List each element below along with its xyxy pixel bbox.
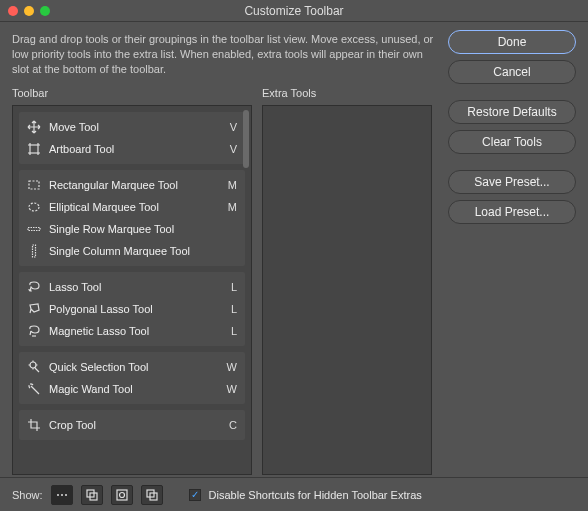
svg-rect-3: [28, 227, 40, 230]
restore-defaults-button[interactable]: Restore Defaults: [448, 100, 576, 124]
tool-label: Artboard Tool: [49, 143, 217, 155]
poly-lasso-icon: [27, 302, 41, 316]
svg-rect-0: [30, 145, 38, 153]
col-marquee-icon: [27, 244, 41, 258]
tool-group[interactable]: Quick Selection ToolWMagic Wand ToolW: [19, 352, 245, 404]
tool-group[interactable]: Rectangular Marquee ToolMElliptical Marq…: [19, 170, 245, 266]
svg-point-7: [61, 494, 63, 496]
tool-label: Move Tool: [49, 121, 217, 133]
show-dots-button[interactable]: [51, 485, 73, 505]
crop-icon: [27, 418, 41, 432]
svg-point-5: [30, 362, 36, 368]
minimize-icon[interactable]: [24, 6, 34, 16]
side-buttons: Done Cancel Restore Defaults Clear Tools…: [448, 30, 576, 224]
tool-group[interactable]: Crop ToolC: [19, 410, 245, 440]
tool-label: Polygonal Lasso Tool: [49, 303, 217, 315]
tool-shortcut: C: [225, 419, 237, 431]
rect-marquee-icon: [27, 178, 41, 192]
tool-row[interactable]: Single Column Marquee Tool: [19, 240, 245, 262]
maximize-icon[interactable]: [40, 6, 50, 16]
tool-label: Magnetic Lasso Tool: [49, 325, 217, 337]
tool-shortcut: L: [225, 281, 237, 293]
tool-row[interactable]: Artboard ToolV: [19, 138, 245, 160]
artboard-icon: [27, 142, 41, 156]
tool-label: Quick Selection Tool: [49, 361, 217, 373]
svg-point-2: [29, 203, 39, 211]
svg-rect-1: [29, 181, 39, 189]
tool-row[interactable]: Elliptical Marquee ToolM: [19, 196, 245, 218]
svg-point-12: [119, 492, 124, 497]
ellipse-marquee-icon: [27, 200, 41, 214]
svg-rect-11: [117, 490, 127, 500]
quick-select-icon: [27, 360, 41, 374]
tool-shortcut: M: [225, 179, 237, 191]
tool-row[interactable]: Magic Wand ToolW: [19, 378, 245, 400]
svg-point-8: [65, 494, 67, 496]
tool-shortcut: M: [225, 201, 237, 213]
footer: Show: ✓ Disable Shortcuts for Hidden Too…: [0, 477, 588, 511]
tool-row[interactable]: Polygonal Lasso ToolL: [19, 298, 245, 320]
magic-wand-icon: [27, 382, 41, 396]
row-marquee-icon: [27, 222, 41, 236]
tool-row[interactable]: Lasso ToolL: [19, 276, 245, 298]
show-quickmask-button[interactable]: [111, 485, 133, 505]
tool-label: Single Row Marquee Tool: [49, 223, 217, 235]
lasso-icon: [27, 280, 41, 294]
clear-tools-button[interactable]: Clear Tools: [448, 130, 576, 154]
tool-row[interactable]: Magnetic Lasso ToolL: [19, 320, 245, 342]
svg-point-6: [57, 494, 59, 496]
load-preset-button[interactable]: Load Preset...: [448, 200, 576, 224]
tool-label: Elliptical Marquee Tool: [49, 201, 217, 213]
tool-row[interactable]: Rectangular Marquee ToolM: [19, 174, 245, 196]
tool-shortcut: V: [225, 121, 237, 133]
extra-column-label: Extra Tools: [262, 87, 432, 99]
done-button[interactable]: Done: [448, 30, 576, 54]
tool-label: Rectangular Marquee Tool: [49, 179, 217, 191]
titlebar: Customize Toolbar: [0, 0, 588, 22]
tool-row[interactable]: Single Row Marquee Tool: [19, 218, 245, 240]
show-screenmode-button[interactable]: [141, 485, 163, 505]
toolbar-list[interactable]: Move ToolVArtboard ToolVRectangular Marq…: [12, 105, 252, 475]
tool-group[interactable]: Lasso ToolLPolygonal Lasso ToolLMagnetic…: [19, 272, 245, 346]
window-title: Customize Toolbar: [0, 4, 588, 18]
svg-rect-4: [33, 245, 36, 257]
tool-shortcut: W: [225, 361, 237, 373]
cancel-button[interactable]: Cancel: [448, 60, 576, 84]
save-preset-button[interactable]: Save Preset...: [448, 170, 576, 194]
tool-shortcut: L: [225, 325, 237, 337]
tool-row[interactable]: Quick Selection ToolW: [19, 356, 245, 378]
scrollbar[interactable]: [243, 110, 249, 168]
tool-row[interactable]: Crop ToolC: [19, 414, 245, 436]
tool-row[interactable]: Move ToolV: [19, 116, 245, 138]
extra-tools-list[interactable]: [262, 105, 432, 475]
tool-label: Magic Wand Tool: [49, 383, 217, 395]
tool-shortcut: L: [225, 303, 237, 315]
tool-label: Single Column Marquee Tool: [49, 245, 217, 257]
disable-shortcuts-checkbox[interactable]: ✓: [189, 489, 201, 501]
disable-shortcuts-label: Disable Shortcuts for Hidden Toolbar Ext…: [209, 489, 422, 501]
tool-label: Lasso Tool: [49, 281, 217, 293]
show-label: Show:: [12, 489, 43, 501]
tool-shortcut: V: [225, 143, 237, 155]
window-controls: [0, 6, 50, 16]
tool-group[interactable]: Move ToolVArtboard ToolV: [19, 112, 245, 164]
tool-label: Crop Tool: [49, 419, 217, 431]
mag-lasso-icon: [27, 324, 41, 338]
show-foreground-button[interactable]: [81, 485, 103, 505]
tool-shortcut: W: [225, 383, 237, 395]
close-icon[interactable]: [8, 6, 18, 16]
toolbar-column-label: Toolbar: [12, 87, 252, 99]
move-icon: [27, 120, 41, 134]
